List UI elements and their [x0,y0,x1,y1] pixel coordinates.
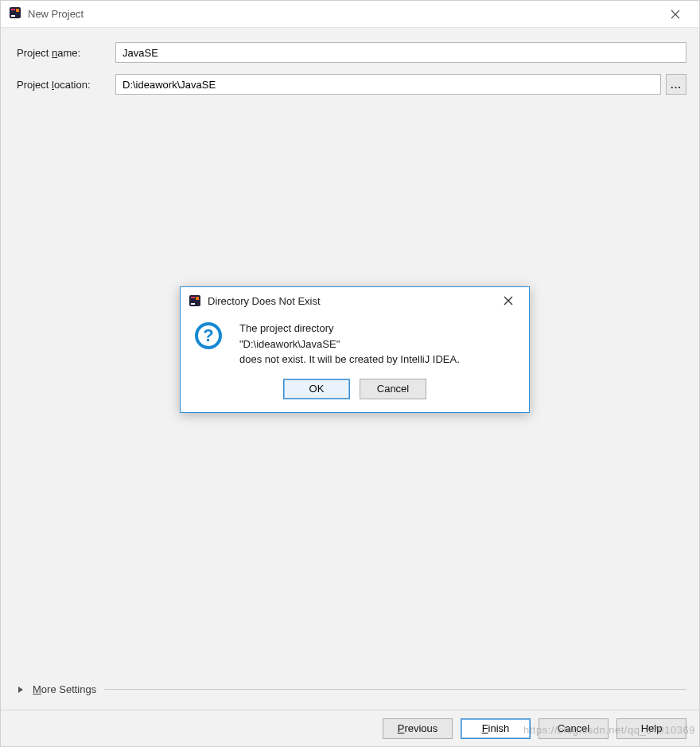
project-name-row: Project name: [17,42,686,63]
project-location-row: Project location: ... [17,74,686,95]
project-name-input[interactable] [115,42,686,63]
label-part: ore Settings [41,683,96,695]
intellij-icon [189,294,201,307]
finish-button[interactable]: Finish [461,718,531,739]
intellij-icon [9,6,21,21]
dialog-line: "D:\ideawork\JavaSE" [239,337,460,352]
dialog-footer: OK Cancel [181,375,529,412]
svg-rect-2 [11,15,15,17]
help-button[interactable]: Help [616,718,686,739]
svg-rect-1 [11,9,15,10]
dialog-title: Directory Does Not Exist [208,295,321,307]
question-icon: ? [195,322,222,349]
label-part: Project [17,79,52,91]
project-name-label: Project name: [17,47,115,59]
svg-rect-6 [191,303,195,305]
directory-not-exist-dialog: Directory Does Not Exist ? The project d… [180,286,530,413]
label-part: Project [17,47,52,59]
label-mnemonic: F [482,722,488,734]
svg-rect-7 [196,297,199,300]
window-title: New Project [28,8,84,20]
label-part: inish [488,722,510,734]
more-settings-row[interactable]: More Settings [17,680,686,703]
svg-rect-3 [16,9,19,12]
wizard-footer: Previous Finish Cancel Help [1,710,699,746]
dialog-cancel-button[interactable]: Cancel [360,379,426,399]
label-part: revious [404,722,438,734]
dialog-body: ? The project directory "D:\ideawork\Jav… [181,314,529,375]
browse-button[interactable]: ... [666,74,686,95]
dialog-close-button[interactable] [496,290,521,311]
label-part: ocation: [54,79,91,91]
dialog-line: The project directory [239,321,460,337]
label-mnemonic: P [398,722,405,734]
close-icon [504,296,513,305]
more-settings-label: More Settings [33,683,96,695]
separator-line [104,689,686,690]
close-icon [671,10,680,19]
dialog-message: The project directory "D:\ideawork\JavaS… [239,321,460,368]
project-location-label: Project location: [17,79,115,91]
svg-rect-5 [191,297,195,298]
cancel-button[interactable]: Cancel [539,718,609,739]
ok-button[interactable]: OK [283,379,350,399]
project-location-input[interactable] [115,74,661,95]
label-part: ame: [57,47,80,59]
disclosure-triangle-icon [17,686,25,694]
window-close-button[interactable] [658,2,693,26]
dialog-line: does not exist. It will be created by In… [239,352,460,368]
dialog-titlebar: Directory Does Not Exist [181,287,529,314]
label-mnemonic: M [33,683,41,695]
window-titlebar: New Project [1,1,699,28]
previous-button[interactable]: Previous [383,718,453,739]
